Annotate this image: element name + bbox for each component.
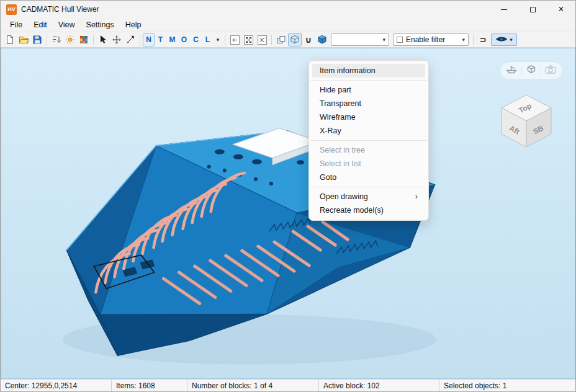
solid-model-button[interactable] [315, 33, 329, 47]
move-crosshair-icon [112, 35, 122, 45]
sun-icon [65, 35, 75, 45]
menu-item-hide-part[interactable]: Hide part [312, 83, 425, 97]
maximize-icon [530, 7, 536, 12]
camera-icon [545, 65, 556, 76]
u-shape-tool-button[interactable]: ∪ [302, 33, 315, 47]
cube-icon [526, 65, 536, 77]
chevron-down-icon: ▾ [379, 37, 389, 43]
cube-view-button[interactable] [522, 63, 541, 79]
status-active-block: Active block: 102 [318, 380, 439, 391]
menubar: File Edit View Settings Help [1, 18, 575, 32]
snap-tool-button[interactable] [124, 33, 137, 47]
titlebar: HV CADMATIC Hull Viewer × [1, 1, 575, 18]
save-button[interactable] [30, 33, 44, 47]
sort-tree-icon [52, 35, 61, 45]
filter-m-button[interactable]: M [166, 33, 178, 47]
app-logo-icon: HV [6, 4, 17, 15]
viewport-toolbar [500, 61, 563, 80]
curve-tool-button[interactable]: ⊃ [476, 33, 490, 47]
toolbar-separator [271, 35, 272, 45]
submenu-arrow-icon: › [415, 190, 418, 203]
open-file-button[interactable] [17, 33, 30, 47]
stacked-squares-icon [276, 35, 286, 45]
context-menu: Item information Hide part Transparent W… [308, 60, 429, 221]
u-shape-icon: ∪ [305, 35, 312, 45]
brightness-button[interactable] [63, 33, 77, 47]
chevron-down-icon: ▾ [459, 37, 468, 43]
enable-filter-checkbox[interactable] [397, 37, 403, 43]
open-folder-icon [19, 35, 29, 45]
viewport-3d[interactable]: Top Aft SB Item information Hide part Tr… [1, 48, 575, 379]
menu-separator [310, 140, 427, 141]
screenshot-button[interactable] [541, 63, 560, 79]
clear-box-icon [257, 35, 268, 45]
filter-l-button[interactable]: L [202, 33, 214, 47]
save-icon [32, 35, 42, 45]
window-title: CADMATIC Hull Viewer [21, 5, 99, 14]
view-cube[interactable]: Top Aft SB [498, 91, 555, 148]
status-center: Center: 12955,0,2514 [1, 380, 111, 391]
menu-item-item-information[interactable]: Item information [312, 64, 425, 78]
menu-item-transparent[interactable]: Transparent [312, 97, 425, 110]
window-controls: × [490, 1, 575, 18]
filter-c-button[interactable]: C [190, 33, 202, 47]
menu-item-wireframe[interactable]: Wireframe [312, 110, 425, 124]
main-toolbar: N T M O C L ▾ ∪ ▾ Enable filter ▾ ⊃ ▾ [1, 32, 575, 48]
color-palette-button[interactable] [77, 33, 91, 47]
zoom-extents-icon [243, 35, 254, 45]
close-icon: × [558, 4, 564, 14]
filter-search-input[interactable] [331, 35, 375, 45]
pan-tool-button[interactable] [110, 33, 124, 47]
back-arrow-icon [230, 35, 240, 45]
visibility-dropdown-button[interactable]: ▾ [491, 33, 517, 46]
filter-t-button[interactable]: T [155, 33, 166, 47]
filter-o-button[interactable]: O [178, 33, 190, 47]
curve-icon: ⊃ [479, 35, 487, 45]
blue-cube-icon [317, 35, 327, 45]
palette-grid-icon [79, 35, 89, 45]
sort-tree-button[interactable] [50, 33, 63, 47]
eye-icon [495, 34, 508, 45]
menu-separator [310, 187, 427, 187]
menu-item-open-drawing-label: Open drawing [320, 190, 368, 203]
menu-edit[interactable]: Edit [28, 19, 53, 30]
shaded-mode-button[interactable] [288, 33, 302, 47]
toolbar-separator [93, 35, 94, 45]
menu-item-select-in-tree: Select in tree [312, 143, 425, 157]
menu-item-select-in-list: Select in list [312, 157, 425, 171]
snap-arrow-icon [125, 35, 135, 45]
prev-view-button[interactable] [228, 33, 241, 47]
fit-view-button[interactable] [241, 33, 255, 47]
new-file-icon [5, 35, 15, 45]
letter-dropdown-button[interactable]: ▾ [214, 33, 222, 47]
hull-model[interactable] [1, 48, 575, 379]
ship-model-icon [506, 65, 518, 77]
menu-item-xray[interactable]: X-Ray [312, 124, 425, 138]
menu-view[interactable]: View [53, 19, 81, 30]
copy-view-button[interactable] [274, 33, 288, 47]
maximize-button[interactable] [518, 1, 547, 18]
status-bar: Center: 12955,0,2514 Items: 1608 Number … [1, 379, 575, 391]
toolbar-separator [225, 35, 225, 45]
status-selected-objects: Selected objects: 1 [439, 380, 575, 391]
menu-file[interactable]: File [4, 19, 28, 30]
menu-settings[interactable]: Settings [81, 19, 120, 30]
menu-help[interactable]: Help [120, 19, 147, 30]
app-window: HV CADMATIC Hull Viewer × File Edit View… [0, 0, 576, 392]
menu-item-goto[interactable]: Goto [312, 171, 425, 184]
filter-search-combo[interactable]: ▾ [331, 33, 389, 46]
minimize-button[interactable] [490, 1, 518, 18]
new-file-button[interactable] [3, 33, 17, 47]
menu-item-open-drawing[interactable]: Open drawing › [312, 190, 425, 203]
enable-filter-combo[interactable]: Enable filter ▾ [393, 33, 469, 46]
close-button[interactable]: × [547, 1, 575, 18]
toolbar-separator [140, 35, 140, 45]
filter-n-button[interactable]: N [143, 33, 155, 47]
cursor-arrow-icon [98, 35, 108, 45]
select-tool-button[interactable] [96, 33, 110, 47]
model-visibility-button[interactable] [503, 63, 521, 79]
clear-view-button[interactable] [255, 33, 269, 47]
status-blocks: Number of blocks: 1 of 4 [187, 380, 318, 391]
menu-item-recreate-models[interactable]: Recreate model(s) [312, 203, 425, 217]
toolbar-separator [473, 35, 474, 45]
